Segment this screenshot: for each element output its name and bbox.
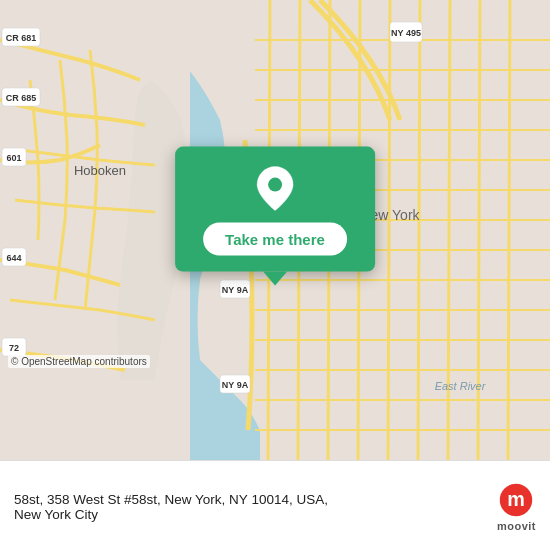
svg-text:NY 9A: NY 9A [222, 380, 249, 390]
svg-text:Hoboken: Hoboken [74, 163, 126, 178]
svg-text:CR 681: CR 681 [6, 33, 37, 43]
svg-text:East River: East River [435, 380, 487, 392]
popup-card[interactable]: Take me there [175, 147, 375, 272]
svg-text:644: 644 [6, 253, 21, 263]
popup-arrow [263, 272, 287, 286]
moovit-icon: m [498, 482, 534, 518]
openstreetmap-credit: © OpenStreetMap contributors [8, 355, 150, 368]
location-pin-icon [255, 165, 295, 213]
svg-text:72: 72 [9, 343, 19, 353]
app: NY 495 NY 9A NY 9A NY 9A CR 681 CR 685 6… [0, 0, 550, 550]
take-me-there-button[interactable]: Take me there [203, 223, 347, 256]
moovit-label: moovit [497, 520, 536, 532]
svg-text:NY 9A: NY 9A [222, 285, 249, 295]
svg-text:NY 495: NY 495 [391, 28, 421, 38]
map-container: NY 495 NY 9A NY 9A NY 9A CR 681 CR 685 6… [0, 0, 550, 460]
address-block: 58st, 358 West St #58st, New York, NY 10… [14, 492, 487, 522]
svg-text:CR 685: CR 685 [6, 93, 37, 103]
svg-text:m: m [508, 488, 526, 510]
popup-overlay: Take me there [175, 147, 375, 286]
address-line1: 58st, 358 West St #58st, New York, NY 10… [14, 492, 487, 507]
svg-point-24 [268, 178, 282, 192]
moovit-logo: m moovit [497, 482, 536, 532]
info-bar: 58st, 358 West St #58st, New York, NY 10… [0, 460, 550, 550]
address-line2: New York City [14, 507, 487, 522]
svg-text:601: 601 [6, 153, 21, 163]
